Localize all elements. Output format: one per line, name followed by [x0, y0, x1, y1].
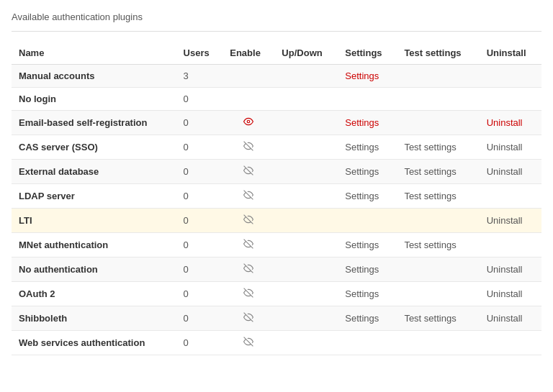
- eye-closed-icon[interactable]: [242, 265, 255, 275]
- table-row: MNet authentication0 SettingsTest settin…: [12, 233, 541, 257]
- test-settings-link[interactable]: Test settings: [404, 191, 456, 201]
- test-settings-link[interactable]: Test settings: [404, 142, 456, 152]
- plugin-uninstall[interactable]: Uninstall: [480, 257, 541, 282]
- plugin-users: 0: [176, 331, 223, 355]
- plugin-enable[interactable]: [222, 306, 274, 331]
- plugin-settings[interactable]: Settings: [338, 306, 397, 331]
- plugin-enable[interactable]: [222, 257, 274, 282]
- plugin-enable[interactable]: [222, 233, 274, 257]
- plugin-test-settings: [397, 282, 479, 306]
- plugin-uninstall: [480, 233, 541, 257]
- col-header-uninstall: Uninstall: [480, 42, 541, 65]
- plugin-updown: [274, 184, 338, 209]
- plugin-uninstall: [480, 184, 541, 209]
- plugin-test-settings: [397, 111, 479, 135]
- test-settings-link[interactable]: Test settings: [404, 166, 456, 177]
- plugin-test-settings[interactable]: Test settings: [397, 306, 479, 331]
- settings-link[interactable]: Settings: [345, 70, 379, 81]
- table-row: External database0 SettingsTest settings…: [12, 160, 541, 184]
- plugin-test-settings: [397, 88, 479, 111]
- plugin-test-settings: [397, 65, 479, 88]
- plugin-test-settings: [397, 331, 479, 355]
- uninstall-link[interactable]: Uninstall: [487, 264, 523, 275]
- plugin-users: 0: [176, 282, 223, 306]
- plugin-uninstall[interactable]: Uninstall: [480, 160, 541, 184]
- plugin-test-settings[interactable]: Test settings: [397, 160, 479, 184]
- plugin-uninstall[interactable]: Uninstall: [480, 111, 541, 135]
- uninstall-link[interactable]: Uninstall: [487, 166, 523, 177]
- plugin-settings[interactable]: Settings: [338, 233, 397, 257]
- plugin-settings: [338, 209, 397, 233]
- settings-link[interactable]: Settings: [345, 166, 379, 177]
- plugin-settings[interactable]: Settings: [338, 65, 397, 88]
- plugin-uninstall[interactable]: Uninstall: [480, 135, 541, 160]
- plugin-updown: [274, 257, 338, 282]
- plugin-test-settings: [397, 209, 479, 233]
- plugin-updown: [274, 88, 338, 111]
- plugin-settings[interactable]: Settings: [338, 160, 397, 184]
- uninstall-link[interactable]: Uninstall: [487, 313, 523, 324]
- plugin-users: 0: [176, 111, 223, 135]
- settings-link[interactable]: Settings: [345, 142, 379, 152]
- plugin-uninstall[interactable]: Uninstall: [480, 306, 541, 331]
- plugin-settings[interactable]: Settings: [338, 282, 397, 306]
- plugin-updown: [274, 160, 338, 184]
- table-row: Shibboleth0 SettingsTest settingsUninsta…: [12, 306, 541, 331]
- plugin-settings[interactable]: Settings: [338, 184, 397, 209]
- eye-closed-icon[interactable]: [242, 289, 255, 300]
- uninstall-link[interactable]: Uninstall: [487, 142, 523, 152]
- plugin-updown: [274, 233, 338, 257]
- plugin-enable[interactable]: [222, 209, 274, 233]
- plugin-name: Web services authentication: [12, 331, 176, 355]
- plugin-settings[interactable]: Settings: [338, 111, 397, 135]
- plugin-updown: [274, 135, 338, 160]
- test-settings-link[interactable]: Test settings: [404, 240, 456, 250]
- eye-closed-icon[interactable]: [242, 167, 255, 178]
- uninstall-link[interactable]: Uninstall: [487, 117, 523, 128]
- plugin-updown: [274, 306, 338, 331]
- settings-link[interactable]: Settings: [345, 191, 379, 201]
- plugin-enable[interactable]: [222, 135, 274, 160]
- table-row: Email-based self-registration0 SettingsU…: [12, 111, 541, 135]
- col-header-users: Users: [176, 42, 223, 65]
- divider: [12, 31, 541, 32]
- eye-open-icon[interactable]: [242, 118, 255, 129]
- plugin-settings[interactable]: Settings: [338, 135, 397, 160]
- uninstall-link[interactable]: Uninstall: [487, 288, 523, 299]
- plugin-test-settings[interactable]: Test settings: [397, 184, 479, 209]
- settings-link[interactable]: Settings: [345, 313, 379, 324]
- plugin-users: 0: [176, 306, 223, 331]
- settings-link[interactable]: Settings: [345, 288, 379, 299]
- plugin-test-settings[interactable]: Test settings: [397, 233, 479, 257]
- plugin-name: CAS server (SSO): [12, 135, 176, 160]
- settings-link[interactable]: Settings: [345, 264, 379, 275]
- plugin-enable[interactable]: [222, 160, 274, 184]
- eye-closed-icon[interactable]: [242, 240, 255, 251]
- settings-link[interactable]: Settings: [345, 117, 379, 128]
- plugin-uninstall[interactable]: Uninstall: [480, 209, 541, 233]
- plugin-updown: [274, 65, 338, 88]
- eye-closed-icon[interactable]: [242, 338, 255, 349]
- eye-closed-icon[interactable]: [242, 314, 255, 324]
- plugin-enable[interactable]: [222, 331, 274, 355]
- plugin-name: Manual accounts: [12, 65, 176, 88]
- eye-closed-icon[interactable]: [242, 216, 255, 227]
- plugin-settings[interactable]: Settings: [338, 257, 397, 282]
- plugin-enable[interactable]: [222, 111, 274, 135]
- plugin-uninstall[interactable]: Uninstall: [480, 282, 541, 306]
- plugin-enable[interactable]: [222, 184, 274, 209]
- plugin-test-settings[interactable]: Test settings: [397, 135, 479, 160]
- eye-closed-icon[interactable]: [242, 191, 255, 202]
- uninstall-link[interactable]: Uninstall: [487, 215, 523, 226]
- plugin-name: No login: [12, 88, 176, 111]
- test-settings-link[interactable]: Test settings: [404, 313, 456, 324]
- table-row: LDAP server0 SettingsTest settings: [12, 184, 541, 209]
- plugin-users: 0: [176, 209, 223, 233]
- plugin-users: 3: [176, 65, 223, 88]
- plugin-enable: [222, 65, 274, 88]
- eye-closed-icon[interactable]: [242, 142, 255, 153]
- plugin-enable[interactable]: [222, 282, 274, 306]
- col-header-updown: Up/Down: [274, 42, 338, 65]
- col-header-settings: Settings: [338, 42, 397, 65]
- settings-link[interactable]: Settings: [345, 240, 379, 250]
